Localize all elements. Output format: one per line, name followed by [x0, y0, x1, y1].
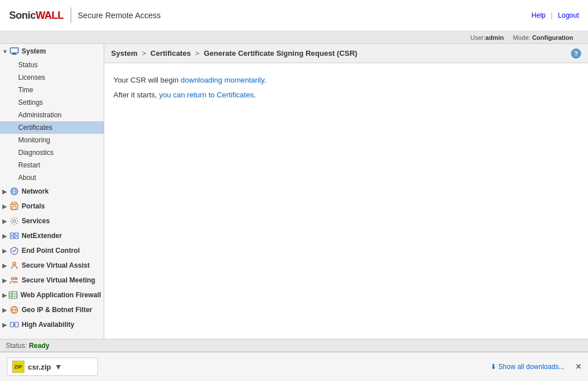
sidebar-item-geo[interactable]: ▶ Geo IP & Botnet Filter: [0, 302, 104, 317]
sidebar-item-settings[interactable]: Settings: [0, 96, 104, 109]
sidebar-item-administration[interactable]: Administration: [0, 109, 104, 121]
sidebar-item-time[interactable]: Time: [0, 84, 104, 96]
csr-message-line2: After it starts, you can return to Certi…: [113, 89, 579, 101]
close-download-bar-button[interactable]: ×: [576, 362, 581, 372]
globe-icon: [9, 186, 19, 196]
sidebar-item-system[interactable]: ▼ System: [0, 44, 104, 59]
expand-arrow-system: ▼: [2, 48, 8, 55]
download-options-button[interactable]: ▼: [54, 362, 62, 371]
meeting-icon: [9, 275, 19, 285]
sidebar-label-network: Network: [22, 187, 48, 195]
show-all-downloads-link[interactable]: ⬇ Show all downloads...: [491, 363, 565, 371]
content-area: System > Certificates > Generate Certifi…: [104, 44, 588, 339]
status-value: Ready: [29, 342, 50, 350]
expand-arrow-webfirewall: ▶: [2, 292, 7, 298]
sidebar-label-endpoint: End Point Control: [22, 247, 80, 255]
netex-icon: [9, 231, 19, 241]
sidebar-label-monitoring: Monitoring: [18, 136, 50, 144]
user-value: admin: [485, 34, 504, 41]
svg-rect-27: [10, 322, 14, 327]
mode-value: Configuration: [532, 34, 573, 41]
sidebar-item-webfirewall[interactable]: ▶ Web Application Firewall: [0, 288, 104, 302]
svg-rect-0: [10, 48, 18, 53]
svg-point-18: [13, 263, 16, 265]
status-label: Status:: [6, 342, 27, 350]
breadcrumb-certificates[interactable]: Certificates: [150, 49, 191, 58]
user-label: User:: [471, 34, 485, 41]
sidebar-label-webfirewall: Web Application Firewall: [21, 291, 101, 299]
sidebar-label-diagnostics: Diagnostics: [18, 149, 54, 157]
sidebar-label-system: System: [22, 47, 46, 55]
zip-file-icon: ZIP: [12, 360, 24, 373]
sidebar-label-geo: Geo IP & Botnet Filter: [22, 306, 92, 314]
shield-icon: [9, 245, 19, 256]
download-actions: ⬇ Show all downloads... ×: [491, 362, 581, 372]
logout-link[interactable]: Logout: [558, 11, 579, 19]
svg-point-19: [11, 277, 14, 280]
sidebar-item-monitoring[interactable]: Monitoring: [0, 134, 104, 146]
gear-icon: [9, 216, 19, 226]
sidebar-item-secureassist[interactable]: ▶ Secure Virtual Assist: [0, 258, 104, 273]
sidebar-item-securemeeting[interactable]: ▶ Secure Virtual Meeting: [0, 273, 104, 288]
sidebar-label-administration: Administration: [18, 111, 62, 119]
brand-logo: SonicWALL: [9, 10, 64, 22]
csr-message-line1: Your CSR will begin downloading momentar…: [113, 75, 579, 86]
expand-arrow-geo: ▶: [2, 307, 8, 313]
svg-rect-14: [10, 236, 14, 239]
breadcrumb: System > Certificates > Generate Certifi…: [111, 49, 357, 58]
svg-rect-28: [15, 322, 18, 327]
sidebar-item-portals[interactable]: ▶ Portals: [0, 199, 104, 214]
sidebar-item-about[interactable]: About: [0, 171, 104, 184]
sidebar-item-status[interactable]: Status: [0, 59, 104, 71]
sidebar-label-certificates: Certificates: [18, 124, 52, 132]
breadcrumb-system[interactable]: System: [111, 49, 137, 58]
expand-arrow-securemeeting: ▶: [2, 277, 8, 284]
help-button[interactable]: ?: [571, 48, 581, 59]
sidebar-label-settings: Settings: [18, 99, 43, 106]
user-bar: User: admin Mode: Configuration: [0, 31, 588, 44]
expand-arrow-network: ▶: [2, 189, 8, 195]
product-name: Secure Remote Access: [78, 11, 161, 20]
ha-icon: [9, 319, 19, 330]
return-certificates-link[interactable]: you can return to Certificates: [159, 91, 254, 99]
sidebar-label-ha: High Availability: [22, 321, 74, 329]
sidebar-item-restart[interactable]: Restart: [0, 159, 104, 171]
downloading-link[interactable]: downloading momentarily: [181, 76, 264, 84]
sidebar-item-netextender[interactable]: ▶ NetExtender: [0, 228, 104, 243]
monitor-icon: [9, 46, 19, 56]
sidebar-item-network[interactable]: ▶ Network: [0, 184, 104, 199]
sidebar-item-licenses[interactable]: Licenses: [0, 71, 104, 84]
sidebar-label-status: Status: [18, 61, 38, 69]
logo-area: SonicWALL Secure Remote Access: [9, 7, 161, 23]
breadcrumb-bar: System > Certificates > Generate Certifi…: [104, 44, 588, 63]
geo-icon: [9, 305, 19, 315]
download-filename: csr.zip: [28, 363, 51, 371]
svg-rect-13: [15, 233, 18, 235]
sidebar-label-secureassist: Secure Virtual Assist: [22, 261, 89, 269]
assist-icon: [9, 260, 19, 271]
sidebar-item-ha[interactable]: ▶ High Availability: [0, 317, 104, 332]
firewall-icon: [8, 290, 18, 300]
portal-icon: [9, 201, 19, 211]
svg-point-20: [15, 277, 17, 280]
sidebar-label-securemeeting: Secure Virtual Meeting: [22, 276, 95, 284]
expand-arrow-secureassist: ▶: [2, 263, 8, 269]
sidebar-item-certificates[interactable]: Certificates: [0, 121, 104, 134]
sidebar-label-licenses: Licenses: [18, 73, 45, 81]
svg-rect-2: [11, 54, 17, 55]
expand-arrow-services: ▶: [2, 218, 8, 224]
sidebar-item-endpoint[interactable]: ▶ End Point Control: [0, 243, 104, 258]
svg-rect-9: [13, 206, 16, 210]
sidebar-item-diagnostics[interactable]: Diagnostics: [0, 146, 104, 159]
header-actions: Help | Logout: [532, 11, 579, 19]
breadcrumb-csr: Generate Certificate Signing Request (CS…: [204, 49, 357, 58]
expand-arrow-ha: ▶: [2, 322, 8, 328]
top-header: SonicWALL Secure Remote Access Help | Lo…: [0, 0, 588, 31]
expand-arrow-portals: ▶: [2, 203, 8, 210]
main-layout: ▼ System Status Licenses Time Settings A…: [0, 44, 588, 339]
svg-rect-12: [10, 233, 14, 235]
sidebar-item-services[interactable]: ▶ Services: [0, 214, 104, 228]
download-arrow-icon: ⬇: [491, 363, 496, 371]
help-link[interactable]: Help: [532, 11, 546, 19]
status-bar: Status: Ready: [0, 339, 588, 351]
